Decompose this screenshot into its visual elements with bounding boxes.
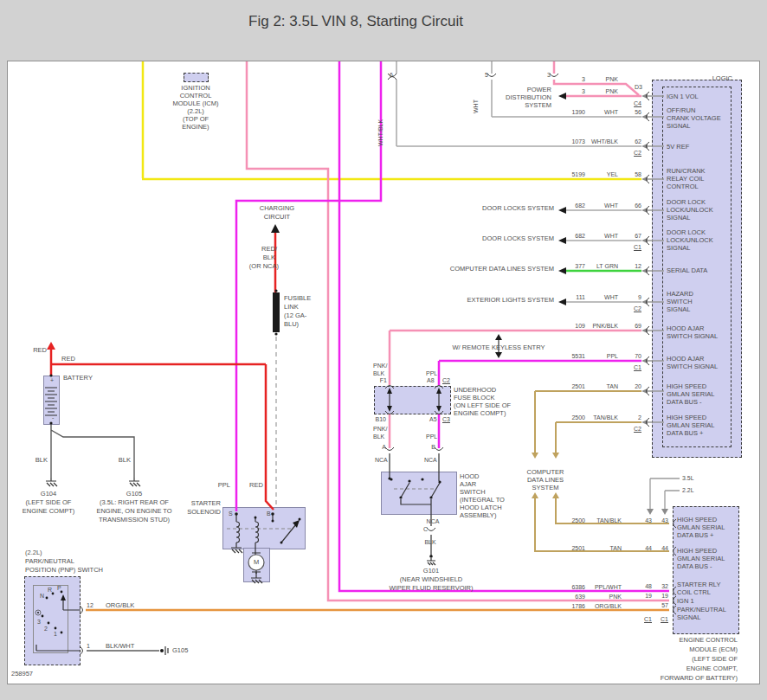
signal: HOOD AJAR — [667, 324, 704, 332]
hood-switch-caption: SWITCH — [460, 488, 486, 496]
engine-ref-lines — [650, 478, 680, 511]
icm-caption: (2.2L) — [187, 107, 204, 115]
fusible-link-caption: LINK — [284, 303, 299, 311]
pin-56: 56 — [635, 108, 641, 116]
wire-circuit: 2500 — [571, 517, 585, 524]
wire-circuit: 639 — [575, 593, 585, 600]
feed-pin-3: 3 — [547, 71, 551, 79]
pnp-caption: (2.2L) — [25, 549, 42, 556]
signal: SWITCH SIGNAL — [667, 363, 718, 370]
signal: DOOR LOCK — [667, 198, 706, 206]
conn-c3: C3 — [442, 415, 450, 423]
battery-label: BATTERY — [63, 374, 93, 382]
wire-color: WHT — [604, 232, 618, 240]
wire-circuit: 1073 — [571, 138, 585, 145]
ground-loc: TRANSMISSION STUD) — [99, 516, 170, 523]
conn-c1: C1 — [644, 615, 652, 623]
wire-color: PPL — [426, 433, 437, 440]
wire-circuit: 2501 — [571, 382, 585, 390]
wire-color: WHT/BLK — [591, 138, 618, 145]
ground-g105: G105 — [126, 490, 142, 498]
charging-circuit-arrow — [271, 224, 280, 233]
wire-color: TAN — [607, 382, 618, 390]
pin-f1: F1 — [380, 376, 387, 384]
pin-67: 67 — [635, 232, 641, 240]
wire-circuit: 3 — [582, 87, 585, 95]
fuse-block-internals — [387, 388, 442, 412]
pin-12: 12 — [87, 601, 93, 609]
nca-label: NCA — [375, 456, 388, 464]
pin-1: 1 — [87, 642, 90, 650]
ecm-caption: (LEFT SIDE OF — [692, 655, 738, 663]
wire-circuit: 5531 — [571, 352, 585, 360]
pin-44: 44 — [645, 544, 652, 552]
logic-pin-arcs — [647, 92, 650, 427]
hood-switch-caption: (INTEGRAL TO — [460, 496, 505, 504]
wire-color: RED/ — [261, 245, 277, 253]
conn-c2: C2 — [634, 305, 641, 312]
wire-color: PNK — [606, 87, 618, 95]
ecm-caption: ENGINE COMPT, — [686, 665, 738, 672]
wire-color: PPL — [607, 352, 618, 360]
fuse-block-caption: ENGINE COMPT) — [454, 409, 506, 417]
pin-9: 9 — [638, 293, 641, 301]
pin-a8: A8 — [427, 376, 435, 384]
signal: GMLAN SERIAL — [667, 421, 714, 429]
conn-a: A — [382, 443, 386, 451]
pin-12: 12 — [635, 262, 641, 270]
wire-color: YEL — [607, 170, 618, 178]
signal: HIGH SPEED — [677, 547, 717, 555]
hood-switch-caption: HOOD — [460, 472, 480, 480]
ground-symbol-g101 — [427, 558, 435, 565]
red-battery-wires — [50, 233, 275, 510]
conn-b: B — [431, 443, 435, 451]
terminal-s: S — [229, 510, 233, 517]
pnp-pos-1: 1 — [54, 630, 57, 638]
pin-69: 69 — [635, 322, 641, 330]
fusible-link-caption: BLU) — [284, 320, 299, 328]
system-ref: SYSTEM — [525, 101, 551, 109]
feed-color-wht: WHT — [472, 100, 480, 113]
yellow-run-crank-wire — [142, 61, 641, 179]
wire-color: PNK — [606, 75, 618, 83]
pin-44: 44 — [661, 544, 668, 552]
wire-color: WHT — [604, 293, 618, 301]
signal: CONTROL — [667, 183, 699, 190]
wire-circuit: 5199 — [571, 170, 585, 178]
conn-c4: C4 — [634, 100, 641, 107]
wire-circuit: 377 — [575, 262, 585, 270]
wire-color-ppl: PPL — [218, 481, 230, 489]
wire-circuit: 682 — [575, 232, 585, 240]
wire-circuit: 1786 — [571, 602, 585, 610]
icm-caption: IGNITION — [181, 84, 209, 92]
door-locks-arrow-1 — [558, 207, 566, 214]
signal: DOOR LOCK — [667, 228, 706, 236]
pin-19: 19 — [661, 592, 668, 600]
signal: HOOD AJAR — [667, 355, 704, 363]
ecm-caption: FORWARD OF BATTERY) — [661, 674, 738, 682]
system-data-lines: COMPUTER DATA LINES SYSTEM — [450, 265, 554, 273]
signal-ign1-vol: IGN 1 VOL — [667, 93, 699, 100]
feed-pin-5: 5 — [485, 71, 488, 79]
signal: GMLAN SERIAL — [667, 390, 714, 398]
engine-ref-22: 2.2L — [682, 486, 694, 494]
power-dist-arrow — [558, 93, 566, 100]
signal: SWITCH — [667, 298, 693, 305]
signal: STARTER RLY — [677, 581, 720, 588]
wire-color: ORG/BLK — [595, 602, 622, 610]
signal: PARK/NEUTRAL — [677, 606, 726, 613]
signal: SIGNAL — [667, 214, 691, 222]
wire-color: TAN/BLK — [596, 517, 622, 524]
ground-loc: (3.5L: RIGHT REAR OF — [100, 498, 169, 506]
wire-color: TAN/BLK — [593, 414, 618, 421]
wire-color: BLK — [373, 433, 384, 440]
signal: SIGNAL — [667, 122, 691, 130]
ground-loc: ENGINE, ON ENGINE TO — [96, 507, 171, 515]
fuse-block-caption: FUSE BLOCK — [454, 394, 495, 401]
pnp-stub-wires — [36, 597, 81, 651]
ground-loc: (NEAR WINDSHIELD — [400, 575, 463, 583]
pin-2: 2 — [638, 414, 641, 421]
white-signal-wires — [564, 210, 641, 302]
pin-43: 43 — [661, 517, 668, 524]
wire-color: PNK — [609, 593, 622, 600]
